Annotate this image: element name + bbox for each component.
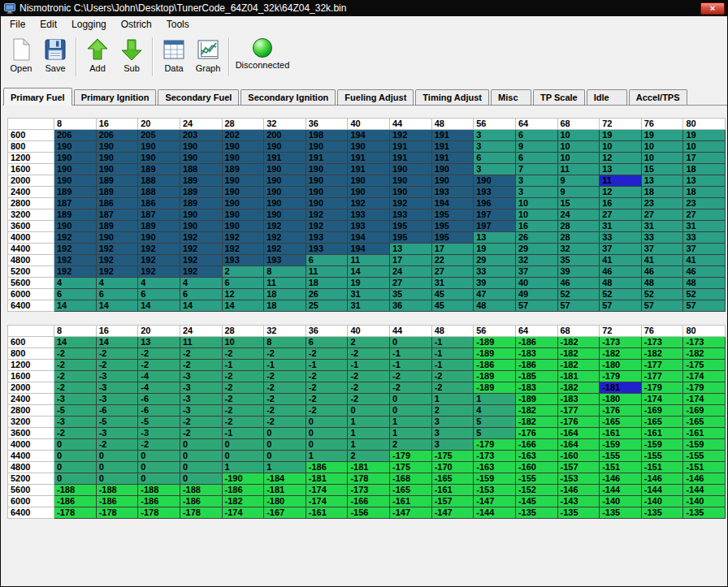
column-header-20[interactable]: 20: [138, 119, 180, 130]
sub-button[interactable]: Sub: [115, 35, 149, 79]
map-cell[interactable]: 13: [683, 175, 726, 187]
map-cell[interactable]: -189: [474, 371, 516, 382]
map-cell[interactable]: 40: [515, 278, 557, 289]
menu-item-logging[interactable]: Logging: [64, 16, 114, 33]
map-cell[interactable]: -176: [515, 428, 557, 439]
map-cell[interactable]: -140: [600, 496, 642, 507]
map-cell[interactable]: 10: [600, 141, 642, 153]
map-cell[interactable]: -173: [600, 337, 642, 348]
map-cell[interactable]: 191: [431, 141, 474, 153]
map-cell[interactable]: 193: [306, 232, 348, 244]
map-cell[interactable]: -5: [138, 417, 180, 428]
map-cell[interactable]: -188: [180, 485, 222, 496]
map-cell[interactable]: 25: [306, 300, 348, 312]
map-cell[interactable]: 190: [306, 187, 348, 198]
map-cell[interactable]: 10: [557, 130, 600, 141]
map-cell[interactable]: 190: [306, 175, 348, 187]
map-cell[interactable]: 31: [641, 221, 683, 232]
map-cell[interactable]: 48: [641, 278, 683, 289]
map-cell[interactable]: 196: [474, 198, 516, 209]
map-cell[interactable]: -182: [222, 496, 264, 507]
map-cell[interactable]: -173: [683, 337, 726, 348]
map-cell[interactable]: 189: [96, 175, 138, 187]
map-cell[interactable]: 191: [264, 153, 306, 164]
map-cell[interactable]: 19: [641, 130, 683, 141]
map-cell[interactable]: -164: [557, 439, 600, 451]
map-cell[interactable]: 188: [138, 187, 180, 198]
map-cell[interactable]: -135: [600, 507, 642, 519]
map-cell[interactable]: 189: [96, 187, 138, 198]
map-cell[interactable]: -135: [557, 507, 600, 519]
map-cell[interactable]: 191: [348, 153, 390, 164]
map-cell[interactable]: 2: [222, 266, 264, 278]
map-cell[interactable]: -189: [474, 382, 516, 394]
map-cell[interactable]: 35: [557, 255, 600, 266]
map-cell[interactable]: 0: [390, 394, 432, 405]
map-cell[interactable]: -165: [641, 417, 683, 428]
map-cell[interactable]: -178: [96, 507, 138, 519]
column-header-24[interactable]: 24: [180, 119, 222, 130]
column-header-72[interactable]: 72: [600, 119, 642, 130]
map-cell[interactable]: 192: [348, 198, 390, 209]
map-cell[interactable]: 12: [222, 289, 264, 300]
map-cell[interactable]: 13: [138, 337, 180, 348]
map-cell[interactable]: 18: [264, 289, 306, 300]
map-cell[interactable]: -2: [431, 371, 474, 382]
map-cell[interactable]: 17: [431, 244, 474, 255]
map-cell[interactable]: 24: [390, 266, 432, 278]
map-cell[interactable]: -144: [474, 507, 516, 519]
map-cell[interactable]: 0: [54, 439, 97, 451]
row-header-5200[interactable]: 5200: [8, 473, 54, 485]
map-cell[interactable]: 13: [641, 175, 683, 187]
map-cell[interactable]: -182: [641, 348, 683, 360]
title-bar[interactable]: Nismotronic C:\Users\John\Desktop\TunerC…: [1, 0, 727, 16]
column-header-44[interactable]: 44: [390, 119, 432, 130]
column-header-32[interactable]: 32: [264, 119, 306, 130]
map-cell[interactable]: -3: [138, 428, 180, 439]
map-cell[interactable]: -188: [138, 485, 180, 496]
map-cell[interactable]: -2: [306, 382, 348, 394]
map-cell[interactable]: -186: [54, 496, 97, 507]
map-cell[interactable]: 57: [557, 300, 600, 312]
map-cell[interactable]: 52: [600, 289, 642, 300]
map-cell[interactable]: 6: [474, 153, 516, 164]
row-header-600[interactable]: 600: [8, 130, 54, 141]
map-cell[interactable]: 193: [348, 209, 390, 221]
map-cell[interactable]: 23: [641, 198, 683, 209]
map-cell[interactable]: 191: [306, 153, 348, 164]
map-cell[interactable]: 189: [138, 221, 180, 232]
map-cell[interactable]: 33: [474, 266, 516, 278]
map-cell[interactable]: 190: [54, 153, 97, 164]
map-cell[interactable]: 41: [641, 255, 683, 266]
map-cell[interactable]: 10: [222, 337, 264, 348]
row-header-6000[interactable]: 6000: [8, 496, 54, 507]
map-cell[interactable]: 1: [222, 462, 264, 473]
map-cell[interactable]: -180: [264, 496, 306, 507]
map-cell[interactable]: 10: [683, 141, 726, 153]
map-cell[interactable]: -2: [180, 348, 222, 360]
row-header-3200[interactable]: 3200: [8, 209, 54, 221]
map-cell[interactable]: -152: [515, 485, 557, 496]
map-cell[interactable]: -173: [348, 485, 390, 496]
row-header-2400[interactable]: 2400: [8, 187, 54, 198]
map-cell[interactable]: -147: [431, 507, 474, 519]
map-cell[interactable]: 189: [96, 221, 138, 232]
map-cell[interactable]: -1: [431, 360, 474, 371]
map-cell[interactable]: -174: [683, 371, 726, 382]
map-cell[interactable]: 13: [600, 164, 642, 175]
row-header-1200[interactable]: 1200: [8, 153, 54, 164]
map-cell[interactable]: 6: [180, 289, 222, 300]
row-header-6400[interactable]: 6400: [8, 300, 54, 312]
map-cell[interactable]: 9: [515, 141, 557, 153]
map-cell[interactable]: 0: [96, 462, 138, 473]
map-cell[interactable]: 190: [54, 221, 97, 232]
column-header-8[interactable]: 8: [54, 119, 97, 130]
map-cell[interactable]: 3: [431, 428, 474, 439]
map-cell[interactable]: 0: [138, 462, 180, 473]
map-cell[interactable]: -175: [390, 462, 432, 473]
map-cell[interactable]: 193: [264, 255, 306, 266]
map-cell[interactable]: 190: [138, 141, 180, 153]
map-cell[interactable]: 192: [264, 232, 306, 244]
map-cell[interactable]: 11: [600, 175, 642, 187]
map-cell[interactable]: -2: [348, 382, 390, 394]
